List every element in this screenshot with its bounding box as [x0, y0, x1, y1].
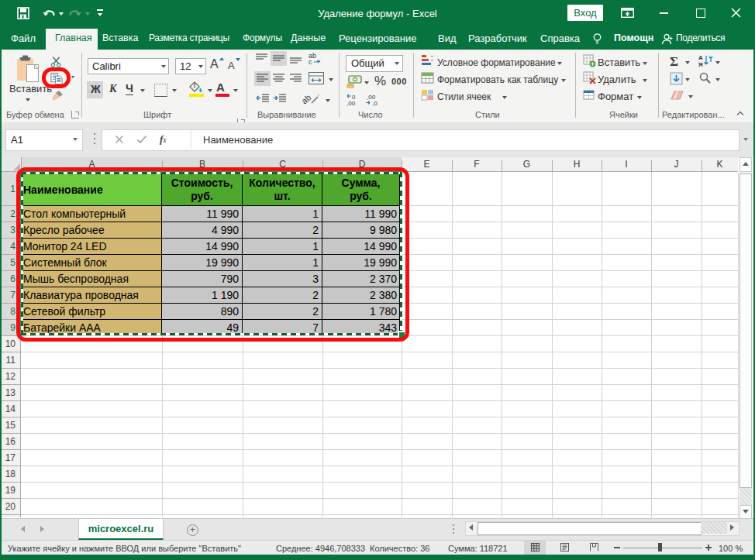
svg-text:,0: ,0: [372, 100, 378, 106]
svg-text:ab: ab: [302, 92, 312, 105]
svg-text:,00: ,00: [346, 100, 356, 106]
svg-text:Я: Я: [698, 61, 703, 68]
svg-text:А: А: [698, 54, 703, 61]
svg-text:c: c: [309, 58, 312, 65]
